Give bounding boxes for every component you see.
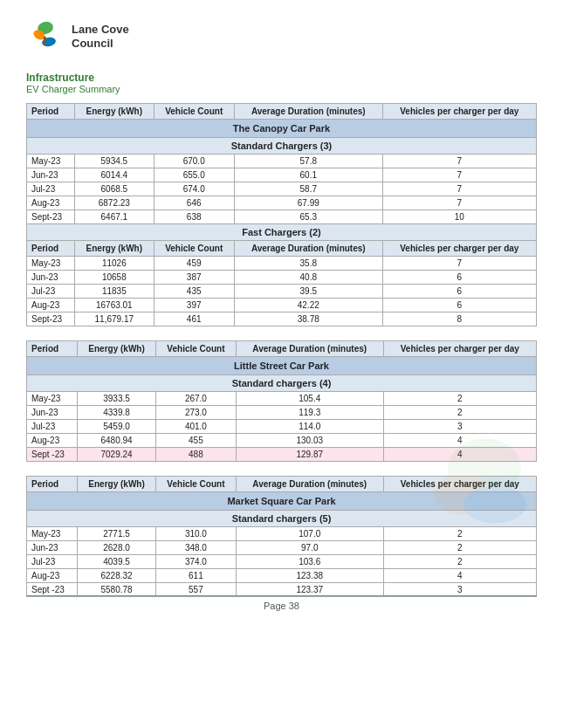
cell-0-0-2-1: 6068.5 xyxy=(75,182,154,196)
table-row: Jun-234339.8273.0119.32 xyxy=(27,406,537,420)
cell-2-0-0-2: 310.0 xyxy=(155,527,236,541)
cell-0-1-2-4: 6 xyxy=(382,285,536,299)
cell-1-0-2-3: 114.0 xyxy=(236,420,383,434)
svg-point-7 xyxy=(463,485,526,523)
cell-0-1-0-2: 459 xyxy=(154,257,234,271)
cell-2-0-1-0: Jun-23 xyxy=(27,541,78,555)
table-row: May-235934.5670.057.87 xyxy=(27,155,537,168)
cell-1-0-0-1: 3933.5 xyxy=(78,392,156,406)
cell-0-0-0-3: 57.8 xyxy=(234,155,382,168)
table-row: Jun-232628.0348.097.02 xyxy=(27,541,537,555)
cell-1-0-2-0: Jul-23 xyxy=(27,420,78,434)
cell-1-0-0-0: May-23 xyxy=(27,392,78,406)
table-row: Jul-234039.5374.0103.62 xyxy=(27,555,537,569)
cell-1-0-0-3: 105.4 xyxy=(236,392,383,406)
table-row: Aug-236228.32611123.384 xyxy=(27,569,537,583)
cell-0-0-4-0: Sept-23 xyxy=(27,210,75,224)
cell-1-0-2-4: 3 xyxy=(383,420,536,434)
cell-2-0-2-1: 4039.5 xyxy=(78,555,156,569)
cell-2-0-3-3: 123.38 xyxy=(236,569,383,583)
cell-2-0-3-4: 4 xyxy=(383,569,536,583)
breadcrumb-subtitle: EV Charger Summary xyxy=(26,84,537,94)
col-header-0-0-1: Energy (kWh) xyxy=(75,104,154,120)
cell-2-0-1-3: 97.0 xyxy=(236,541,383,555)
cell-0-1-3-3: 42.22 xyxy=(234,299,382,312)
cell-0-0-3-2: 646 xyxy=(154,196,234,210)
col-header-1-0-1: Energy (kWh) xyxy=(78,341,156,357)
location-title-0: The Canopy Car Park xyxy=(27,120,537,138)
col-header-0-1-2: Vehicle Count xyxy=(154,241,234,257)
cell-0-1-2-1: 11835 xyxy=(75,285,154,299)
page-number: Page 38 xyxy=(264,601,299,611)
council-logo-icon xyxy=(26,17,65,56)
cell-0-0-1-3: 60.1 xyxy=(234,168,382,182)
table-row: Aug-2316763.0139742.226 xyxy=(27,299,537,312)
table-row: Jul-235459.0401.0114.03 xyxy=(27,420,537,434)
cell-0-0-1-1: 6014.4 xyxy=(75,168,154,182)
cell-2-0-2-0: Jul-23 xyxy=(27,555,78,569)
cell-0-0-1-2: 655.0 xyxy=(154,168,234,182)
col-header-1-0-3: Average Duration (minutes) xyxy=(236,341,383,357)
cell-0-0-0-0: May-23 xyxy=(27,155,75,168)
col-header-0-1-0: Period xyxy=(27,241,75,257)
cell-1-0-2-2: 401.0 xyxy=(155,420,236,434)
col-header-1-0-2: Vehicle Count xyxy=(155,341,236,357)
cell-0-0-2-2: 674.0 xyxy=(154,182,234,196)
cell-0-1-3-1: 16763.01 xyxy=(75,299,154,312)
table-row: Jun-236014.4655.060.17 xyxy=(27,168,537,182)
col-header-2-0-2: Vehicle Count xyxy=(155,477,236,492)
cell-1-0-1-4: 2 xyxy=(383,406,536,420)
col-header-0-1-1: Energy (kWh) xyxy=(75,241,154,257)
col-header-2-0-0: Period xyxy=(27,477,78,492)
cell-0-1-4-1: 11,679.17 xyxy=(75,312,154,326)
cell-0-0-1-0: Jun-23 xyxy=(27,168,75,182)
cell-0-1-3-0: Aug-23 xyxy=(27,299,75,312)
cell-1-0-0-4: 2 xyxy=(383,392,536,406)
cell-0-0-0-2: 670.0 xyxy=(154,155,234,168)
cell-0-1-3-2: 397 xyxy=(154,299,234,312)
cell-1-0-3-3: 130.03 xyxy=(236,434,383,448)
cell-2-0-3-0: Aug-23 xyxy=(27,569,78,583)
page-content: Lane Cove Council Infrastructure EV Char… xyxy=(0,0,563,646)
cell-0-1-4-4: 8 xyxy=(382,312,536,326)
cell-0-0-2-3: 58.7 xyxy=(234,182,382,196)
cell-1-0-3-0: Aug-23 xyxy=(27,434,78,448)
col-header-1-0-0: Period xyxy=(27,341,78,357)
cell-2-0-1-2: 348.0 xyxy=(155,541,236,555)
cell-1-0-3-2: 455 xyxy=(155,434,236,448)
cell-0-0-0-4: 7 xyxy=(382,155,536,168)
cell-2-0-2-2: 374.0 xyxy=(155,555,236,569)
cell-1-0-1-0: Jun-23 xyxy=(27,406,78,420)
svg-rect-4 xyxy=(44,37,46,45)
cell-0-0-3-3: 67.99 xyxy=(234,196,382,210)
cell-1-0-2-1: 5459.0 xyxy=(78,420,156,434)
cell-0-1-2-2: 435 xyxy=(154,285,234,299)
cell-0-1-4-2: 461 xyxy=(154,312,234,326)
cell-2-0-2-3: 103.6 xyxy=(236,555,383,569)
cell-2-0-0-1: 2771.5 xyxy=(78,527,156,541)
watermark-icon xyxy=(432,436,537,541)
cell-0-1-1-1: 10658 xyxy=(75,271,154,285)
cell-1-0-1-1: 4339.8 xyxy=(78,406,156,420)
cell-0-1-1-4: 6 xyxy=(382,271,536,285)
cell-0-1-4-0: Sept-23 xyxy=(27,312,75,326)
cell-0-1-0-1: 11026 xyxy=(75,257,154,271)
cell-0-0-3-1: 6872.23 xyxy=(75,196,154,210)
cell-0-0-3-0: Aug-23 xyxy=(27,196,75,210)
page-header: Lane Cove Council xyxy=(26,17,537,56)
cell-0-0-1-4: 7 xyxy=(382,168,536,182)
table-row: May-233933.5267.0105.42 xyxy=(27,392,537,406)
cell-2-0-0-0: May-23 xyxy=(27,527,78,541)
col-header-2-0-3: Average Duration (minutes) xyxy=(236,477,383,492)
table-row: Jul-231183543539.56 xyxy=(27,285,537,299)
cell-0-0-0-1: 5934.5 xyxy=(75,155,154,168)
cell-0-1-1-2: 387 xyxy=(154,271,234,285)
logo: Lane Cove Council xyxy=(26,17,129,56)
cell-1-0-4-3: 129.87 xyxy=(236,448,383,462)
col-header-0-0-0: Period xyxy=(27,104,75,120)
cell-0-0-4-3: 65.3 xyxy=(234,210,382,224)
cell-1-0-4-2: 488 xyxy=(155,448,236,462)
cell-0-0-3-4: 7 xyxy=(382,196,536,210)
table-row: Sept-2311,679.1746138.788 xyxy=(27,312,537,326)
cell-1-0-0-2: 267.0 xyxy=(155,392,236,406)
